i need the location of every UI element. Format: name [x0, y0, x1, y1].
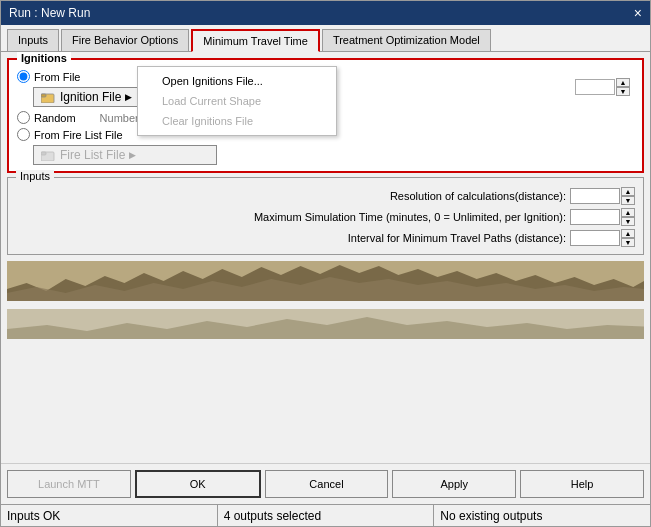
menu-item-open-ignitions[interactable]: Open Ignitions File...	[138, 71, 336, 91]
fire-list-icon	[40, 148, 56, 162]
terrain-svg-1	[7, 261, 644, 301]
main-window: Run : New Run × Inputs Fire Behavior Opt…	[0, 0, 651, 527]
ignition-spinner-buttons: ▲ ▼	[616, 78, 630, 96]
status-existing-outputs: No existing outputs	[434, 505, 650, 526]
menu-item-load-current-shape[interactable]: Load Current Shape	[138, 91, 336, 111]
folder-icon	[40, 90, 56, 104]
apply-button[interactable]: Apply	[392, 470, 516, 498]
status-middle-text: 4 outputs selected	[224, 509, 321, 523]
button-row: Launch MTT OK Cancel Apply Help	[1, 463, 650, 504]
resolution-spinner: 30 ▲ ▼	[570, 187, 635, 205]
random-label: Random	[34, 112, 76, 124]
ignition-file-arrow: ▶	[125, 92, 132, 102]
resolution-label: Resolution of calculations(distance):	[390, 190, 566, 202]
random-radio[interactable]	[17, 111, 30, 124]
max-sim-time-row: Maximum Simulation Time (minutes, 0 = Un…	[16, 208, 635, 226]
ignition-spinner: ▲ ▼	[575, 78, 630, 96]
from-fire-list-radio[interactable]	[17, 128, 30, 141]
main-content: Ignitions From File Ignitio	[1, 52, 650, 463]
tab-inputs[interactable]: Inputs	[7, 29, 59, 51]
tab-bar: Inputs Fire Behavior Options Minimum Tra…	[1, 25, 650, 52]
title-bar: Run : New Run ×	[1, 1, 650, 25]
ignitions-dropdown-menu: Open Ignitions File... Load Current Shap…	[137, 66, 337, 136]
status-bar: Inputs OK 4 outputs selected No existing…	[1, 504, 650, 526]
window-title: Run : New Run	[9, 6, 90, 20]
menu-item-clear-ignitions[interactable]: Clear Ignitions File	[138, 111, 336, 131]
max-sim-up[interactable]: ▲	[621, 208, 635, 217]
resolution-up[interactable]: ▲	[621, 187, 635, 196]
tab-fire-behavior[interactable]: Fire Behavior Options	[61, 29, 189, 51]
ignition-file-label: Ignition File	[60, 90, 121, 104]
interval-row: Interval for Minimum Travel Paths (dista…	[16, 229, 635, 247]
ignition-spinner-input[interactable]	[575, 79, 615, 95]
inputs-group-label: Inputs	[16, 170, 54, 182]
svg-rect-1	[41, 94, 46, 97]
right-spinner-area: ▲ ▼	[575, 78, 630, 96]
resolution-down[interactable]: ▼	[621, 196, 635, 205]
interval-spinner-btns: ▲ ▼	[621, 229, 635, 247]
cancel-button[interactable]: Cancel	[265, 470, 389, 498]
ignition-spinner-down[interactable]: ▼	[616, 87, 630, 96]
ignition-spinner-up[interactable]: ▲	[616, 78, 630, 87]
from-file-label: From File	[34, 71, 80, 83]
max-sim-time-input[interactable]: 1920	[570, 209, 620, 225]
max-sim-time-label: Maximum Simulation Time (minutes, 0 = Un…	[254, 211, 566, 223]
max-sim-time-spinner-btns: ▲ ▼	[621, 208, 635, 226]
terrain-visualization-1	[7, 261, 644, 301]
from-file-radio[interactable]	[17, 70, 30, 83]
resolution-row: Resolution of calculations(distance): 30…	[16, 187, 635, 205]
from-fire-list-label: From Fire List File	[34, 129, 123, 141]
max-sim-time-spinner: 1920 ▲ ▼	[570, 208, 635, 226]
tab-treatment[interactable]: Treatment Optimization Model	[322, 29, 491, 51]
fire-list-arrow: ▶	[129, 150, 136, 160]
max-sim-down[interactable]: ▼	[621, 217, 635, 226]
interval-label: Interval for Minimum Travel Paths (dista…	[348, 232, 566, 244]
terrain-svg-2	[7, 309, 644, 339]
fire-list-file-label: Fire List File	[60, 148, 125, 162]
ok-button[interactable]: OK	[135, 470, 261, 498]
status-right-text: No existing outputs	[440, 509, 542, 523]
ignitions-top-area: From File Ignition File ▶	[17, 66, 634, 167]
tab-min-travel[interactable]: Minimum Travel Time	[191, 29, 320, 52]
ignitions-label: Ignitions	[17, 52, 71, 64]
help-button[interactable]: Help	[520, 470, 644, 498]
interval-input[interactable]: 300	[570, 230, 620, 246]
number-label: Number	[100, 112, 139, 124]
status-left-text: Inputs OK	[7, 509, 60, 523]
interval-up[interactable]: ▲	[621, 229, 635, 238]
inputs-group: Inputs Resolution of calculations(distan…	[7, 177, 644, 255]
status-inputs-ok: Inputs OK	[1, 505, 218, 526]
svg-rect-3	[41, 152, 46, 155]
resolution-input[interactable]: 30	[570, 188, 620, 204]
resolution-spinner-btns: ▲ ▼	[621, 187, 635, 205]
interval-down[interactable]: ▼	[621, 238, 635, 247]
terrain-visualization-2	[7, 309, 644, 339]
fire-list-file-button[interactable]: Fire List File ▶	[33, 145, 217, 165]
launch-mtt-button[interactable]: Launch MTT	[7, 470, 131, 498]
close-button[interactable]: ×	[634, 6, 642, 20]
interval-spinner: 300 ▲ ▼	[570, 229, 635, 247]
ignitions-group: Ignitions From File Ignitio	[7, 58, 644, 173]
status-outputs-selected: 4 outputs selected	[218, 505, 435, 526]
